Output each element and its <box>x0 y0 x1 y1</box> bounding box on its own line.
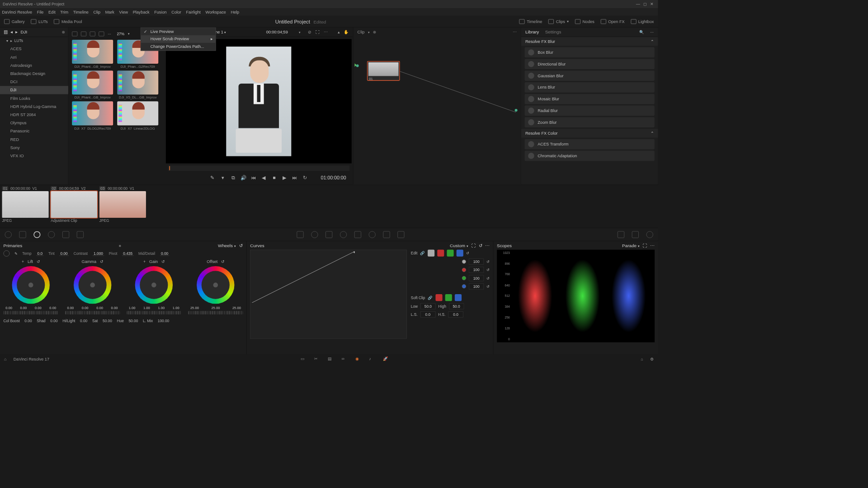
edit-page-icon[interactable]: ▤ <box>328 357 335 362</box>
lut-thumb[interactable]: DJI_X7_Linear2DLOG <box>117 101 158 130</box>
color-wheel[interactable] <box>197 266 234 304</box>
menu-item[interactable]: Timeline <box>73 9 89 14</box>
prev-frame-icon[interactable]: ◀ <box>261 175 266 180</box>
hue-value[interactable]: 50.00 <box>128 319 138 323</box>
split-icon[interactable]: ⧉ <box>231 175 236 180</box>
lut-folder[interactable]: RED <box>0 135 68 143</box>
scopes-tool-icon[interactable] <box>632 231 639 238</box>
node[interactable]: 01 <box>367 61 400 81</box>
link-icon[interactable]: 🔗 <box>428 296 433 300</box>
blur-tool-icon[interactable] <box>62 231 69 238</box>
more-icon[interactable]: ⋯ <box>650 30 654 34</box>
picker-icon[interactable]: + <box>143 259 146 264</box>
channel-b-button[interactable] <box>455 294 462 301</box>
menu-item[interactable]: Mark <box>105 9 114 14</box>
fx-section-header[interactable]: Resolve FX Blur⌃ <box>521 37 658 46</box>
menu-item[interactable]: Color <box>171 9 181 14</box>
fx-item[interactable]: ACES Transform <box>524 139 654 150</box>
reset-icon[interactable]: ↺ <box>221 259 225 264</box>
menu-item[interactable]: Fairlight <box>186 9 200 14</box>
picker-icon[interactable]: + <box>22 259 24 264</box>
clip-thumb[interactable]: 0300:00:00:00V1 JPEG <box>99 186 146 226</box>
master-slider[interactable] <box>65 311 120 314</box>
reset-icon[interactable]: ↺ <box>486 276 490 281</box>
tab-library[interactable]: Library <box>525 29 539 34</box>
qualifier-tool-icon[interactable] <box>19 231 26 238</box>
first-frame-icon[interactable]: ⏮ <box>251 175 256 180</box>
fx-item[interactable]: Radial Blur <box>524 105 654 116</box>
tracker-tool-icon[interactable] <box>48 231 55 238</box>
play-icon[interactable]: ▶ <box>282 175 287 180</box>
timeline-timecode[interactable]: 00:00:04;59 <box>266 30 288 35</box>
viewer-canvas[interactable] <box>166 39 352 163</box>
project-settings-icon[interactable]: ⌂ <box>641 357 643 362</box>
flag-icon[interactable]: ▾ <box>220 175 225 180</box>
bypass-icon[interactable]: ⊘ <box>308 30 311 35</box>
mediapool-button[interactable]: Media Pool <box>54 19 82 24</box>
reset-icon[interactable]: ↺ <box>100 259 104 264</box>
3d-tool-icon[interactable] <box>311 231 318 238</box>
minimize-icon[interactable]: — <box>635 2 642 7</box>
lut-folder[interactable]: Blackmagic Design <box>0 70 68 78</box>
expand-icon[interactable]: ⛶ <box>316 30 320 35</box>
viewer-scrubber[interactable] <box>168 165 349 171</box>
master-slider[interactable] <box>188 311 243 314</box>
hilight-value[interactable]: 0.00 <box>80 319 87 323</box>
menu-item[interactable]: DaVinci Resolve <box>2 9 33 14</box>
node-output-icon[interactable] <box>515 109 518 112</box>
master-slider[interactable] <box>4 311 58 314</box>
expand-icon[interactable]: ⛶ <box>472 243 476 248</box>
channel-dot[interactable] <box>462 268 466 272</box>
lut-folder[interactable]: Sony <box>0 144 68 152</box>
sort-icon[interactable] <box>72 32 77 37</box>
auto-balance-icon[interactable] <box>4 250 10 257</box>
panel-toggle-icon[interactable]: ▥ <box>4 29 8 34</box>
master-slider[interactable] <box>127 311 181 314</box>
fx-item[interactable]: Zoom Blur <box>524 117 654 127</box>
nodes-button[interactable]: Nodes <box>575 19 594 24</box>
lmix-value[interactable]: 100.00 <box>158 319 170 323</box>
middetail-value[interactable]: 0.00 <box>160 251 170 256</box>
lut-folder[interactable]: Panasonic <box>0 127 68 135</box>
fairlight-page-icon[interactable]: ♪ <box>369 357 376 362</box>
grid-view-icon[interactable] <box>81 32 86 37</box>
fx-item[interactable]: Gaussian Blur <box>524 70 654 81</box>
ch-value[interactable] <box>469 275 484 282</box>
ch-value[interactable] <box>469 258 484 265</box>
marker-icon[interactable]: ✎ <box>210 175 215 180</box>
menu-item[interactable]: File <box>37 9 44 14</box>
reset-icon[interactable]: ↺ <box>37 259 40 264</box>
more-icon[interactable]: ⋯ <box>650 243 655 248</box>
timeline-button[interactable]: Timeline <box>519 19 542 24</box>
color-wheel[interactable] <box>74 266 111 304</box>
reset-icon[interactable]: ↺ <box>161 259 165 264</box>
hs-value[interactable] <box>448 311 463 318</box>
fx-item[interactable]: Chromatic Adaptation <box>524 151 654 161</box>
tool-icon[interactable] <box>383 231 390 238</box>
lightbox-button[interactable]: Lightbox <box>631 19 654 24</box>
close-icon[interactable]: ✕ <box>648 2 655 7</box>
ctx-live-preview[interactable]: Live Preview <box>141 28 216 35</box>
curves-tool-icon[interactable] <box>5 231 12 238</box>
stereo-tool-icon[interactable] <box>326 231 332 238</box>
ch-value[interactable] <box>469 267 484 273</box>
ls-value[interactable] <box>420 311 435 318</box>
luts-button[interactable]: LUTs <box>31 19 47 24</box>
channel-y-button[interactable] <box>428 250 434 257</box>
media-page-icon[interactable]: ▭ <box>301 357 307 362</box>
node-canvas[interactable]: 01 <box>353 37 521 174</box>
curves-mode[interactable]: Custom ▾ <box>450 243 468 248</box>
tint-value[interactable]: 0.00 <box>59 251 69 256</box>
low-value[interactable] <box>420 303 435 310</box>
fx-item[interactable]: Mosaic Blur <box>524 94 654 104</box>
lut-folder[interactable]: DJI <box>0 86 68 94</box>
channel-g-button[interactable] <box>445 294 452 301</box>
deliver-page-icon[interactable]: 🚀 <box>383 357 390 362</box>
tool-icon[interactable] <box>340 231 347 238</box>
fx-section-header[interactable]: Resolve FX Color⌃ <box>521 129 658 138</box>
hand-icon[interactable]: ✋ <box>344 30 349 35</box>
ch-value[interactable] <box>469 283 484 290</box>
tool-icon[interactable] <box>354 231 361 238</box>
reset-icon[interactable]: ↺ <box>466 251 469 255</box>
settings-icon[interactable]: ⚙ <box>650 357 654 362</box>
